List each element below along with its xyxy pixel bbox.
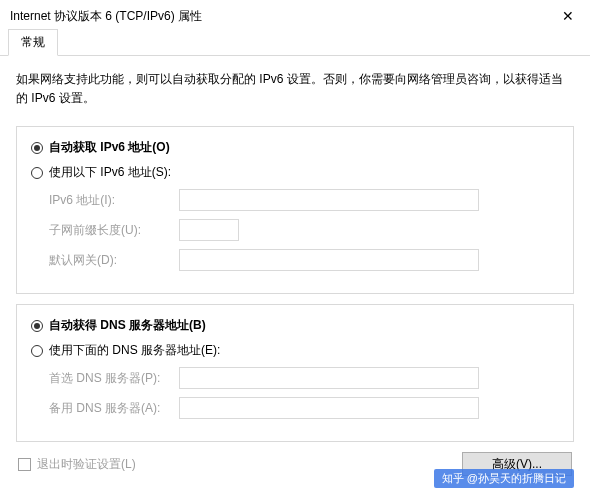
- radio-icon: [31, 345, 43, 357]
- alternate-dns-label: 备用 DNS 服务器(A):: [49, 400, 179, 417]
- tab-general[interactable]: 常规: [8, 29, 58, 56]
- radio-icon: [31, 167, 43, 179]
- dns-manual-label: 使用下面的 DNS 服务器地址(E):: [49, 342, 220, 359]
- window-title: Internet 协议版本 6 (TCP/IPv6) 属性: [10, 8, 202, 25]
- dns-settings-group: 自动获得 DNS 服务器地址(B) 使用下面的 DNS 服务器地址(E): 首选…: [16, 304, 574, 442]
- subnet-prefix-label: 子网前缀长度(U):: [49, 222, 179, 239]
- radio-icon: [31, 142, 43, 154]
- ip-settings-group: 自动获取 IPv6 地址(O) 使用以下 IPv6 地址(S): IPv6 地址…: [16, 126, 574, 294]
- ip-auto-radio-row[interactable]: 自动获取 IPv6 地址(O): [31, 139, 559, 156]
- preferred-dns-input: [179, 367, 479, 389]
- ipv6-address-label: IPv6 地址(I):: [49, 192, 179, 209]
- subnet-prefix-input: [179, 219, 239, 241]
- tab-content: 如果网络支持此功能，则可以自动获取分配的 IPv6 设置。否则，你需要向网络管理…: [0, 56, 590, 486]
- dns-auto-radio-row[interactable]: 自动获得 DNS 服务器地址(B): [31, 317, 559, 334]
- dns-manual-radio-row[interactable]: 使用下面的 DNS 服务器地址(E):: [31, 342, 559, 359]
- dns-auto-label: 自动获得 DNS 服务器地址(B): [49, 317, 206, 334]
- ip-manual-radio-row[interactable]: 使用以下 IPv6 地址(S):: [31, 164, 559, 181]
- default-gateway-input: [179, 249, 479, 271]
- close-icon: ✕: [562, 8, 574, 24]
- ip-auto-label: 自动获取 IPv6 地址(O): [49, 139, 170, 156]
- validate-on-exit-label: 退出时验证设置(L): [37, 456, 136, 473]
- description-text: 如果网络支持此功能，则可以自动获取分配的 IPv6 设置。否则，你需要向网络管理…: [16, 70, 574, 108]
- titlebar[interactable]: Internet 协议版本 6 (TCP/IPv6) 属性 ✕: [0, 0, 590, 32]
- tab-general-label: 常规: [21, 35, 45, 49]
- close-button[interactable]: ✕: [545, 0, 590, 32]
- subnet-prefix-row: 子网前缀长度(U):: [49, 219, 559, 241]
- validate-on-exit-checkbox[interactable]: 退出时验证设置(L): [18, 456, 136, 473]
- default-gateway-label: 默认网关(D):: [49, 252, 179, 269]
- tab-strip: 常规: [0, 32, 590, 56]
- checkbox-icon: [18, 458, 31, 471]
- alternate-dns-row: 备用 DNS 服务器(A):: [49, 397, 559, 419]
- radio-icon: [31, 320, 43, 332]
- watermark: 知乎 @孙昊天的折腾日记: [434, 469, 574, 488]
- default-gateway-row: 默认网关(D):: [49, 249, 559, 271]
- ipv6-address-row: IPv6 地址(I):: [49, 189, 559, 211]
- preferred-dns-row: 首选 DNS 服务器(P):: [49, 367, 559, 389]
- preferred-dns-label: 首选 DNS 服务器(P):: [49, 370, 179, 387]
- ipv6-address-input: [179, 189, 479, 211]
- alternate-dns-input: [179, 397, 479, 419]
- ip-manual-label: 使用以下 IPv6 地址(S):: [49, 164, 171, 181]
